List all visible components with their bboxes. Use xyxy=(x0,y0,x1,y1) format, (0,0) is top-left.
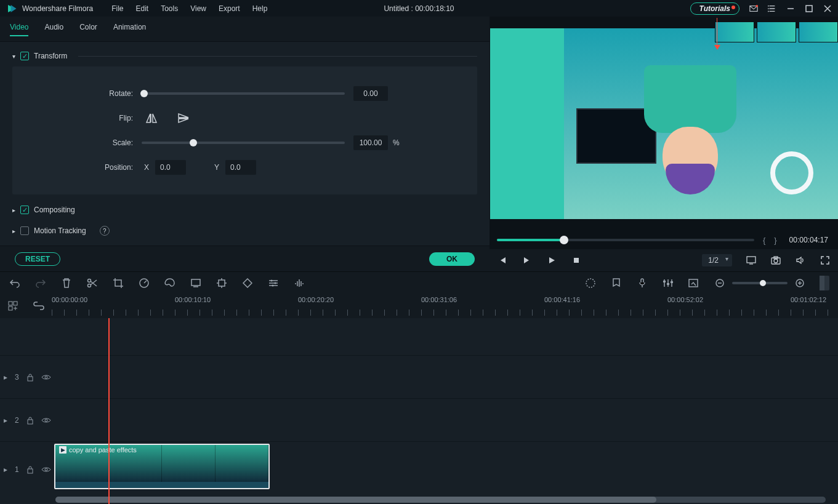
lock-icon[interactable] xyxy=(26,416,34,425)
mark-in-button[interactable]: { xyxy=(763,236,765,245)
position-label: Position: xyxy=(31,163,142,172)
pos-y-input[interactable]: 0.0 xyxy=(225,160,256,175)
motion-tracking-tool-icon[interactable] xyxy=(216,277,228,289)
tab-color[interactable]: Color xyxy=(79,23,97,36)
ok-button[interactable]: OK xyxy=(429,252,475,266)
snapshot-icon[interactable] xyxy=(770,255,781,266)
keyframe-icon[interactable] xyxy=(241,277,254,289)
menu-edit[interactable]: Edit xyxy=(136,4,149,13)
track-number: 3 xyxy=(15,373,19,382)
timeline-ruler[interactable]: 00:00:00:00 00:00:10:10 00:00:20:20 00:0… xyxy=(52,294,838,318)
preview-zoom-select[interactable]: 1/2 xyxy=(702,254,732,266)
menu-help[interactable]: Help xyxy=(252,4,268,13)
motion-tracking-checkbox[interactable] xyxy=(20,226,29,235)
eye-icon[interactable] xyxy=(41,374,51,381)
audio-tool-icon[interactable] xyxy=(293,277,305,289)
playhead[interactable] xyxy=(108,318,110,504)
pos-x-input[interactable]: 0.0 xyxy=(155,160,186,175)
rotate-slider[interactable] xyxy=(142,92,345,95)
step-forward-button[interactable] xyxy=(522,255,533,266)
svg-point-36 xyxy=(45,468,47,471)
reset-button[interactable]: RESET xyxy=(15,252,60,266)
transform-checkbox[interactable] xyxy=(20,52,29,60)
chevron-down-icon[interactable]: ▾ xyxy=(12,53,15,60)
help-icon[interactable]: ? xyxy=(100,226,110,236)
track-3[interactable]: ▸3 xyxy=(0,355,838,398)
svg-rect-29 xyxy=(14,302,17,305)
eye-icon[interactable] xyxy=(41,417,51,424)
rotate-label: Rotate: xyxy=(31,89,142,98)
section-transform-header[interactable]: ▾ Transform xyxy=(12,46,477,66)
lock-icon[interactable] xyxy=(26,465,34,474)
track-1[interactable]: ▸1 ▶copy and paste effects xyxy=(0,441,838,497)
compositing-checkbox[interactable] xyxy=(20,206,29,214)
svg-point-1 xyxy=(756,4,759,7)
undo-icon[interactable] xyxy=(9,277,21,289)
split-icon[interactable] xyxy=(86,277,99,289)
svg-rect-6 xyxy=(806,6,812,12)
chevron-right-icon[interactable]: ▸ xyxy=(12,207,15,214)
lock-icon[interactable] xyxy=(26,373,34,382)
adjust-icon[interactable] xyxy=(267,277,280,289)
timeline-zoom-slider[interactable] xyxy=(732,282,788,284)
fullscreen-icon[interactable] xyxy=(820,255,831,266)
svg-point-3 xyxy=(768,8,769,9)
crop-icon[interactable] xyxy=(112,277,124,289)
section-motion-tracking-header[interactable]: ▸ Motion Tracking ? xyxy=(12,220,477,241)
eye-icon[interactable] xyxy=(41,466,51,473)
chevron-right-icon[interactable]: ▸ xyxy=(12,228,15,234)
delete-icon[interactable] xyxy=(60,277,73,289)
step-back-button[interactable] xyxy=(497,255,508,266)
tab-video[interactable]: Video xyxy=(10,23,28,36)
app-title: Wondershare Filmora xyxy=(22,4,93,13)
svg-rect-33 xyxy=(28,420,33,424)
play-button[interactable] xyxy=(546,255,557,266)
timeline-ruler-row: 00:00:00:00 00:00:10:10 00:00:20:20 00:0… xyxy=(0,294,838,318)
task-list-icon[interactable] xyxy=(768,4,776,13)
panel-layout-toggle[interactable] xyxy=(820,276,829,290)
volume-icon[interactable] xyxy=(795,255,806,266)
messages-icon[interactable] xyxy=(749,4,758,13)
zoom-in-icon[interactable] xyxy=(794,277,806,289)
pip-playhead-arrow-icon xyxy=(714,45,720,50)
menu-tools[interactable]: Tools xyxy=(161,4,178,13)
color-match-icon[interactable] xyxy=(164,277,176,289)
tutorials-button[interactable]: Tutorials xyxy=(690,2,739,15)
track-2[interactable]: ▸2 xyxy=(0,398,838,441)
track-manager-icon[interactable] xyxy=(7,300,19,312)
add-media-icon[interactable] xyxy=(688,277,700,289)
svg-rect-28 xyxy=(9,302,12,305)
preview-seek-slider[interactable] xyxy=(497,239,754,241)
scale-value-input[interactable]: 100.00 xyxy=(353,135,388,150)
render-icon[interactable] xyxy=(584,277,597,289)
menu-view[interactable]: View xyxy=(190,4,206,13)
speed-icon[interactable] xyxy=(138,277,150,289)
redo-icon[interactable] xyxy=(34,277,47,289)
menu-file[interactable]: File xyxy=(111,4,123,13)
record-voiceover-icon[interactable] xyxy=(636,277,648,289)
tab-animation[interactable]: Animation xyxy=(113,23,146,36)
divider xyxy=(78,56,477,57)
rotate-value-input[interactable]: 0.00 xyxy=(353,86,388,101)
audio-mixer-icon[interactable] xyxy=(662,277,674,289)
flip-vertical-icon[interactable] xyxy=(177,113,188,124)
preview-canvas[interactable] xyxy=(490,17,838,231)
window-close-button[interactable] xyxy=(823,4,832,13)
section-compositing-header[interactable]: ▸ Compositing xyxy=(12,199,477,220)
green-screen-icon[interactable] xyxy=(190,277,202,289)
window-minimize-button[interactable] xyxy=(786,4,795,13)
tab-audio[interactable]: Audio xyxy=(44,23,63,36)
menu-export[interactable]: Export xyxy=(219,4,240,13)
clip[interactable]: ▶copy and paste effects xyxy=(54,444,270,489)
timeline-scrollbar[interactable] xyxy=(55,497,826,503)
link-icon[interactable] xyxy=(33,300,45,312)
flip-horizontal-icon[interactable] xyxy=(145,113,156,124)
scale-slider[interactable] xyxy=(142,142,345,144)
window-maximize-button[interactable] xyxy=(805,4,813,13)
marker-icon[interactable] xyxy=(610,277,622,289)
stop-button[interactable] xyxy=(571,255,582,266)
preview-quality-icon[interactable] xyxy=(746,255,757,266)
clip-label: copy and paste effects xyxy=(69,446,137,454)
mark-out-button[interactable]: } xyxy=(774,236,776,245)
zoom-out-icon[interactable] xyxy=(714,277,726,289)
